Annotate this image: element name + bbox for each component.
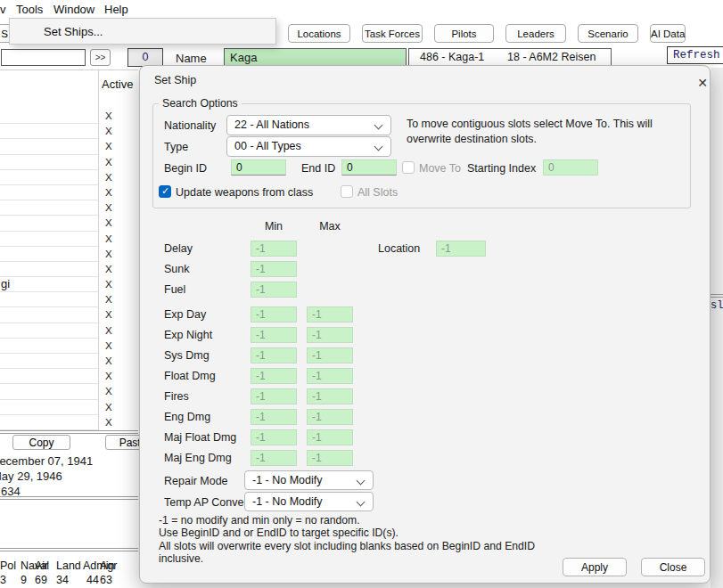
max-column-header: Max xyxy=(307,220,353,233)
stats-header: Agr xyxy=(100,559,117,572)
copy-button[interactable]: Copy xyxy=(12,435,70,450)
repair-mode-select[interactable]: -1 - No Modify xyxy=(244,470,374,490)
field-max-input[interactable]: -1 xyxy=(307,409,353,425)
slot-info: 486 - Kaga-1 xyxy=(420,51,484,63)
update-weapons-checkbox[interactable] xyxy=(159,185,171,198)
table-row[interactable]: X xyxy=(0,323,138,339)
table-row[interactable]: X xyxy=(0,277,138,292)
move-to-checkbox[interactable] xyxy=(402,161,415,174)
type-select[interactable]: 00 - All Types xyxy=(226,136,391,157)
menu-item-window[interactable]: Window xyxy=(53,3,94,16)
table-row[interactable]: X xyxy=(0,400,138,415)
table-row[interactable]: X xyxy=(0,354,138,369)
toolbar-button[interactable]: Scenario xyxy=(578,24,638,43)
field-label: Float Dmg xyxy=(164,370,216,382)
menu-item-partial[interactable]: v xyxy=(0,3,6,16)
field-min-input[interactable]: -1 xyxy=(251,409,297,425)
toolbar-button[interactable]: Task Forces xyxy=(362,24,423,43)
field-max-input[interactable]: -1 xyxy=(307,368,353,384)
table-row[interactable]: X xyxy=(0,155,138,170)
dialog-field-row: Sunk -1 xyxy=(140,261,710,277)
search-options-legend: Search Options xyxy=(159,97,242,110)
stats-value: 44 xyxy=(86,574,99,586)
table-row[interactable]: X xyxy=(0,384,138,399)
field-min-input[interactable]: -1 xyxy=(251,368,297,384)
starting-index-input[interactable]: 0 xyxy=(543,159,598,176)
table-row[interactable]: X xyxy=(0,339,138,354)
stats-header: Pol xyxy=(0,559,16,572)
menu-item-help[interactable]: Help xyxy=(104,3,128,16)
table-row[interactable]: X xyxy=(0,415,138,430)
field-min-input[interactable]: -1 xyxy=(251,429,297,445)
stats-value: 69 xyxy=(35,574,47,586)
toolbar-button[interactable]: Locations xyxy=(288,24,350,43)
min-column-header: Min xyxy=(251,220,297,233)
chevron-down-icon xyxy=(357,498,366,507)
table-row[interactable]: X xyxy=(0,232,138,247)
close-icon[interactable]: ✕ xyxy=(691,72,714,94)
table-row[interactable]: X xyxy=(0,200,138,216)
table-row[interactable]: X xyxy=(0,185,138,200)
begin-id-input[interactable]: 0 xyxy=(231,159,286,176)
active-cell: X xyxy=(105,294,112,305)
field-min-input[interactable]: -1 xyxy=(251,282,297,298)
table-row[interactable]: X xyxy=(0,109,138,124)
field-max-input[interactable]: -1 xyxy=(307,429,353,445)
menu-item-tools[interactable]: Tools xyxy=(16,3,43,16)
refresh-button[interactable]: Refresh xyxy=(667,46,723,64)
dialog-title: Set Ship xyxy=(154,74,196,86)
active-cell: X xyxy=(105,187,112,198)
active-cell: X xyxy=(105,355,112,366)
table-row[interactable]: X xyxy=(0,369,138,384)
toolbar-button[interactable]: AI Data xyxy=(650,24,686,43)
nationality-select[interactable]: 22 - All Nations xyxy=(226,115,391,135)
tools-menu-popup: Set Ships... xyxy=(9,18,276,45)
ship-name-field[interactable]: Kaga xyxy=(224,48,407,67)
field-label: Exp Day xyxy=(164,308,206,321)
field-min-input[interactable]: -1 xyxy=(251,388,297,404)
filter-input[interactable] xyxy=(1,49,86,66)
table-row[interactable]: X xyxy=(0,216,138,231)
field-min-input[interactable]: -1 xyxy=(251,306,297,323)
location-input[interactable]: -1 xyxy=(436,241,486,257)
field-max-input[interactable]: -1 xyxy=(307,347,353,363)
field-min-input[interactable]: -1 xyxy=(251,347,297,363)
field-max-input[interactable]: -1 xyxy=(307,306,353,323)
ship-table: X X X X X X X X X X X X xyxy=(0,109,138,430)
repair-mode-label: Repair Mode xyxy=(164,475,228,487)
field-min-input[interactable]: -1 xyxy=(251,450,297,466)
end-id-input[interactable]: 0 xyxy=(341,159,397,176)
table-row[interactable]: X xyxy=(0,292,138,307)
table-row[interactable]: X xyxy=(0,124,138,139)
field-min-input[interactable]: -1 xyxy=(251,241,297,257)
table-row[interactable]: X xyxy=(0,139,138,154)
expand-button[interactable]: >> xyxy=(90,49,111,66)
all-slots-label: All Slots xyxy=(357,186,398,199)
active-cell: X xyxy=(105,233,112,244)
field-max-input[interactable]: -1 xyxy=(307,388,353,404)
active-cell: X xyxy=(105,157,112,167)
table-row[interactable]: X xyxy=(0,262,138,277)
toolbar-button[interactable]: Leaders xyxy=(505,24,566,43)
field-max-input[interactable]: -1 xyxy=(307,450,353,466)
active-cell: X xyxy=(105,417,112,428)
field-min-input[interactable]: -1 xyxy=(251,261,297,277)
name-label: Name xyxy=(176,52,207,65)
location-label: Location xyxy=(378,242,420,255)
table-row[interactable]: X xyxy=(0,170,138,185)
field-min-input[interactable]: -1 xyxy=(251,327,297,343)
count-box[interactable]: 0 xyxy=(127,48,163,67)
stats-value: 34 xyxy=(56,574,69,586)
all-slots-checkbox[interactable] xyxy=(341,185,353,198)
apply-button[interactable]: Apply xyxy=(563,558,627,576)
menu-item-set-ships[interactable]: Set Ships... xyxy=(44,25,103,38)
table-row[interactable]: X xyxy=(0,247,138,262)
table-row[interactable]: X xyxy=(0,307,138,323)
stats-value: 63 xyxy=(100,574,112,586)
field-label: Fires xyxy=(164,390,189,403)
toolbar-button[interactable]: Pilots xyxy=(434,24,494,43)
field-max-input[interactable]: -1 xyxy=(307,327,353,343)
partial-right-text: sl xyxy=(711,299,723,312)
temp-ap-convert-select[interactable]: -1 - No Modify xyxy=(244,492,374,511)
close-button[interactable]: Close xyxy=(641,558,705,576)
